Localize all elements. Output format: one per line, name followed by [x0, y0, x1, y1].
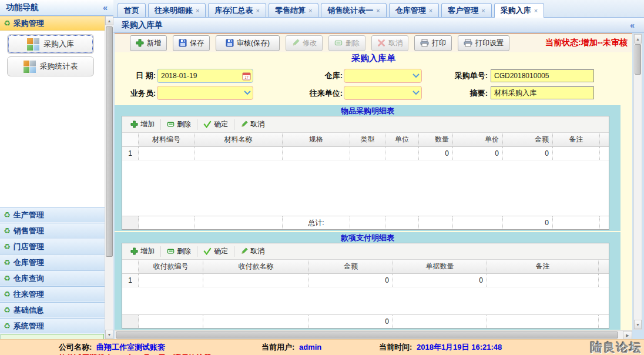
cell-remark[interactable] — [553, 147, 600, 160]
tab-sales-report[interactable]: 销售统计表一 × — [321, 3, 386, 17]
header-cell[interactable]: 材料名称 — [194, 133, 283, 146]
header-cell[interactable]: 备注 — [487, 260, 599, 273]
scroll-up-icon[interactable]: ▲ — [634, 34, 642, 43]
cell-spec[interactable] — [283, 147, 350, 160]
print-settings-button[interactable]: 打印设置 — [458, 35, 509, 51]
table-row[interactable]: 1 0 0 0 — [122, 147, 609, 160]
order-no-field[interactable] — [491, 69, 594, 82]
header-cell[interactable]: 单价 — [453, 133, 503, 146]
cancel-button[interactable]: 取消 — [371, 35, 408, 51]
sidebar-group-system[interactable]: ♻ 系统管理 — [0, 318, 105, 333]
header-cell[interactable]: 单位 — [385, 133, 419, 146]
salesman-select[interactable] — [157, 86, 253, 100]
header-cell[interactable]: 类型 — [350, 133, 385, 146]
sidebar-group-purchase[interactable]: ♻ 采购管理 — [0, 16, 105, 31]
close-icon[interactable]: × — [308, 7, 312, 14]
grid-confirm-button[interactable]: 确定 — [197, 246, 234, 257]
close-icon[interactable]: × — [376, 7, 380, 14]
header-cell[interactable]: 规格 — [283, 133, 350, 146]
cell-type[interactable] — [350, 147, 385, 160]
header-cell[interactable]: 收付款编号 — [139, 260, 203, 273]
grid-add-button[interactable]: 增加 — [125, 119, 161, 130]
date-input[interactable] — [157, 72, 242, 80]
scroll-up-icon[interactable]: ▲ — [105, 16, 113, 25]
grid-cancel-button[interactable]: 取消 — [234, 119, 270, 130]
grid-add-button[interactable]: 增加 — [125, 246, 161, 257]
modify-button[interactable]: 修改 — [286, 35, 323, 51]
cell-payment-code[interactable] — [139, 274, 203, 287]
sidebar-scrollbar[interactable]: ▲ ▼ — [105, 16, 113, 339]
chevron-down-icon[interactable] — [412, 73, 420, 78]
scroll-down-icon[interactable]: ▼ — [105, 330, 113, 339]
close-icon[interactable]: × — [429, 7, 432, 14]
chevron-down-icon[interactable] — [244, 91, 251, 95]
counterparty-select[interactable] — [344, 86, 422, 100]
tab-counterparty-ledger[interactable]: 往来明细账 × — [148, 3, 206, 17]
header-cell[interactable]: 材料编号 — [139, 133, 194, 146]
header-cell[interactable]: 单据数量 — [393, 260, 487, 273]
cell-amount[interactable]: 0 — [503, 147, 553, 160]
scroll-right-icon[interactable]: ▶ — [623, 331, 632, 340]
sidebar-item-purchase-report[interactable]: 采购统计表 — [7, 56, 94, 76]
scroll-down-icon[interactable]: ▼ — [634, 320, 642, 329]
header-cell[interactable]: 数量 — [419, 133, 453, 146]
summary-field[interactable] — [491, 86, 594, 99]
grid-delete-button[interactable]: 删除 — [161, 246, 197, 257]
grid-confirm-button[interactable]: 确定 — [197, 119, 234, 130]
sidebar-group-warehouse-query[interactable]: ♻ 仓库查询 — [0, 270, 105, 286]
close-icon[interactable]: × — [534, 7, 538, 14]
header-cell[interactable]: 金额 — [503, 133, 553, 146]
header-cell[interactable]: 收付款名称 — [203, 260, 309, 273]
sidebar-group-warehouse[interactable]: ♻ 仓库管理 — [0, 254, 105, 270]
cell-material-code[interactable] — [139, 147, 194, 160]
cell-qty[interactable]: 0 — [419, 147, 453, 160]
sidebar-item-purchase-inbound[interactable]: 采购入库 — [7, 34, 94, 54]
plus-icon — [130, 247, 138, 255]
sidebar-scroll-thumb[interactable] — [106, 26, 113, 257]
cell-unit[interactable] — [385, 147, 419, 160]
summary-input[interactable] — [491, 87, 593, 99]
table-row[interactable]: 1 0 0 — [122, 274, 609, 287]
tab-retail-settlement[interactable]: 零售结算 × — [269, 3, 318, 17]
audit-save-button[interactable]: 审核(保存) — [216, 35, 280, 51]
tab-bar: 首页 往来明细账 × 库存汇总表 × 零售结算 × 销售统计表一 × 仓库管理 … — [113, 0, 644, 18]
order-no-input[interactable] — [491, 70, 593, 82]
tab-customer-mgmt[interactable]: 客户管理 × — [441, 3, 491, 17]
header-cell[interactable]: 备注 — [553, 133, 600, 146]
close-icon[interactable]: × — [196, 7, 199, 14]
panel-collapse-icon[interactable]: « — [630, 21, 635, 30]
cell-amount[interactable]: 0 — [309, 274, 393, 287]
delete-button[interactable]: 删除 — [328, 35, 365, 51]
horizontal-scroll-thumb[interactable] — [116, 331, 618, 339]
cell-material-name[interactable] — [194, 147, 283, 160]
cell-remark[interactable] — [487, 274, 599, 287]
tab-warehouse-mgmt[interactable]: 仓库管理 × — [389, 3, 439, 17]
date-field[interactable]: 17 — [157, 69, 253, 83]
chevron-down-icon[interactable] — [412, 91, 420, 95]
vertical-scrollbar[interactable]: ▲ ▼ — [633, 34, 642, 330]
print-button[interactable]: 打印 — [414, 35, 452, 51]
horizontal-scrollbar[interactable]: ▶ — [115, 330, 632, 340]
add-button[interactable]: 新增 — [130, 35, 167, 51]
grid-delete-button[interactable]: 删除 — [161, 119, 197, 130]
calendar-icon[interactable]: 17 — [242, 72, 251, 81]
cell-doc-count[interactable]: 0 — [393, 274, 487, 287]
cell-payment-name[interactable] — [203, 274, 309, 287]
sidebar-group-base-info[interactable]: ♻ 基础信息 — [0, 302, 105, 317]
close-icon[interactable]: × — [256, 7, 259, 14]
warehouse-select[interactable] — [344, 69, 422, 83]
cell-price[interactable]: 0 — [453, 147, 503, 160]
close-icon[interactable]: × — [481, 7, 485, 14]
sidebar-group-counterparty[interactable]: ♻ 往来管理 — [0, 286, 105, 302]
sidebar-group-store[interactable]: ♻ 门店管理 — [0, 239, 105, 254]
tab-purchase-inbound[interactable]: 采购入库 × — [494, 3, 544, 18]
sidebar-group-production[interactable]: ♻ 生产管理 — [0, 207, 105, 222]
vertical-scroll-thumb[interactable] — [635, 44, 641, 75]
sidebar-collapse-icon[interactable]: « — [103, 3, 108, 12]
sidebar-group-sales[interactable]: ♻ 销售管理 — [0, 223, 105, 238]
save-button[interactable]: 保存 — [173, 35, 210, 51]
tab-inventory-summary[interactable]: 库存汇总表 × — [208, 3, 266, 17]
grid-cancel-button[interactable]: 取消 — [234, 246, 270, 257]
tab-home[interactable]: 首页 — [118, 3, 146, 17]
header-cell[interactable]: 金额 — [309, 260, 393, 273]
